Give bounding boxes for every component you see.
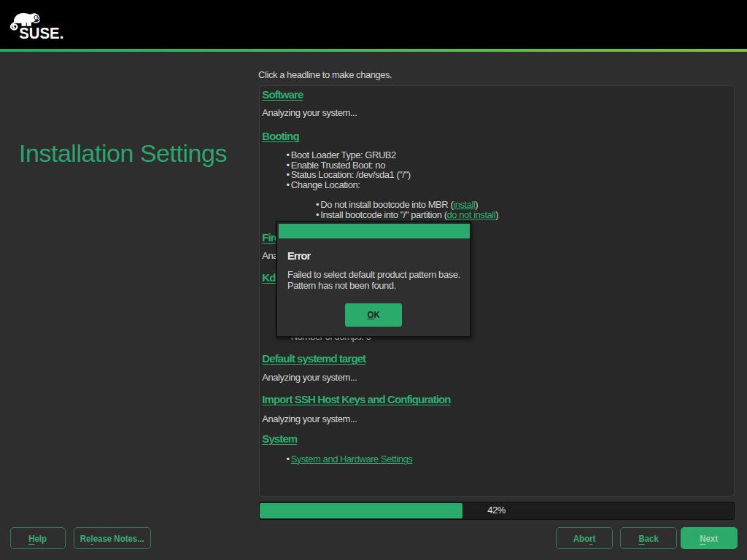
svg-text:SUSE.: SUSE. bbox=[19, 24, 63, 42]
